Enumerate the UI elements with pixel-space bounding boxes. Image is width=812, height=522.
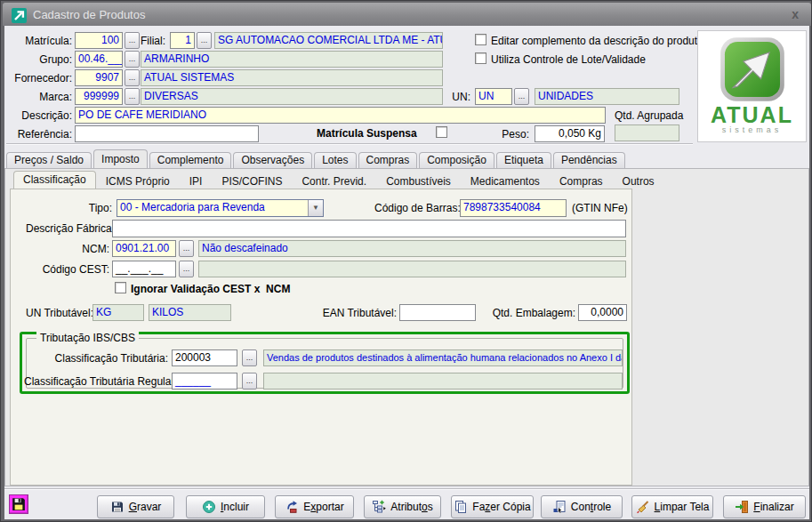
cest-desc-field [198, 261, 626, 277]
exit-icon [735, 500, 749, 514]
finalizar-button[interactable]: Finalizar [723, 495, 806, 518]
subtab-classificacao[interactable]: Classificação [13, 171, 96, 189]
editar-complemento-checkbox[interactable] [475, 34, 486, 45]
save-icon [110, 500, 125, 514]
close-button[interactable]: x [792, 7, 799, 21]
filial-input[interactable]: 1 [170, 32, 195, 49]
logo-panel: ATUAL sistemas [697, 30, 807, 142]
tipo-dropdown[interactable]: 00 - Mercadoria para Revenda ▼ [117, 199, 324, 217]
app-icon [12, 8, 27, 23]
controle-lote-checkbox[interactable] [475, 52, 486, 64]
ignorar-validacao-checkbox[interactable] [115, 282, 126, 293]
referencia-input[interactable] [75, 125, 259, 142]
atual-logo-icon [715, 36, 790, 102]
editar-complemento-label: Editar complemento da descrição do produ… [491, 35, 703, 47]
gravar-button[interactable]: Gravar [97, 495, 174, 518]
qtd-embalagem-input[interactable]: 0,0000 [578, 304, 627, 321]
clean-icon [636, 500, 650, 514]
add-icon [202, 500, 216, 514]
un-tributavel-label: UN Tributável: [26, 307, 91, 319]
cest-lookup-button[interactable]: ... [179, 261, 194, 277]
export-icon [285, 500, 299, 514]
un-tributavel-desc-field: KILOS [149, 304, 231, 321]
classificacao-tributaria-regular-desc-field [263, 373, 623, 389]
incluir-button[interactable]: Incluir [186, 495, 265, 518]
ncm-input[interactable]: 0901.21.00 [112, 240, 176, 257]
marca-lookup-button[interactable]: ... [125, 88, 140, 105]
window-title: Cadastro de Produtos [33, 8, 145, 21]
filial-lookup-button[interactable]: ... [197, 32, 212, 49]
un-input[interactable]: UN [475, 88, 512, 105]
subtab-ipi[interactable]: IPI [180, 173, 213, 189]
qtd-agrupada-field [615, 124, 679, 141]
fornecedor-input[interactable]: 9907 [75, 69, 123, 86]
qtd-embalagem-label: Qtd. Embalagem: [492, 307, 575, 319]
subtab-compras[interactable]: Compras [550, 173, 613, 189]
controle-button[interactable]: Controle [541, 495, 623, 518]
copy-icon [454, 500, 468, 514]
fornecedor-lookup-button[interactable]: ... [125, 69, 140, 86]
tipo-value: 00 - Mercadoria para Revenda [117, 200, 308, 216]
grupo-label: Grupo: [10, 53, 72, 66]
tab-etiqueta[interactable]: Etiqueta [496, 152, 551, 168]
dropdown-caret-icon[interactable]: ▼ [308, 200, 323, 216]
titlebar: Cadastro de Produtos x [3, 3, 811, 26]
tab-observacoes[interactable]: Observações [233, 152, 312, 168]
grupo-desc-field: ARMARINHO [141, 51, 443, 68]
subtab-outros[interactable]: Outros [613, 173, 664, 189]
controle-lote-label: Utiliza Controle de Lote/Validade [491, 53, 646, 66]
exportar-button[interactable]: Exportar [275, 495, 354, 518]
matricula-input[interactable]: 100 [75, 32, 123, 49]
cest-label: Código CEST: [35, 263, 109, 276]
tab-compras[interactable]: Compras [358, 152, 418, 168]
peso-input[interactable]: 0,050 Kg [535, 125, 605, 142]
matricula-label: Matrícula: [10, 35, 72, 47]
attributes-icon [372, 500, 386, 514]
grupo-input[interactable]: 00.46.___ [75, 51, 123, 68]
window: Cadastro de Produtos x Matrícula: 100 ..… [0, 0, 812, 522]
ean-tributavel-input[interactable] [399, 304, 476, 321]
ibs-cbs-group-title: Tributação IBS/CBS [36, 332, 139, 344]
classificacao-tributaria-desc-field: Vendas de produtos destinados à alimenta… [263, 349, 623, 366]
tab-complemento[interactable]: Complemento [149, 152, 232, 168]
subtab-pis-cofins[interactable]: PIS/COFINS [212, 173, 292, 189]
subtab-medicamentos[interactable]: Medicamentos [461, 173, 550, 189]
quick-save-icon[interactable] [9, 494, 28, 514]
fazer-copia-button[interactable]: Fazer Cópia [451, 495, 534, 518]
limpar-tela-button[interactable]: Limpar Tela [631, 495, 713, 518]
qtd-agrupada-label: Qtd. Agrupada [615, 109, 683, 122]
classificacao-tributaria-input[interactable]: 200003 [172, 349, 237, 366]
classificacao-tributaria-lookup-button[interactable]: ... [242, 349, 257, 366]
fornecedor-desc-field: ATUAL SISTEMAS [141, 69, 443, 86]
matricula-suspensa-checkbox[interactable] [436, 126, 447, 138]
filial-desc-field: SG AUTOMACAO COMERCIAL LTDA ME - ATUAL S [214, 32, 443, 49]
subtab-icms-proprio[interactable]: ICMS Próprio [96, 173, 180, 189]
marca-input[interactable]: 999999 [75, 88, 123, 105]
brand-name: ATUAL [698, 102, 806, 128]
subtab-combustiveis[interactable]: Combustíveis [376, 173, 461, 189]
gtin-suffix-label: (GTIN NFe) [572, 202, 628, 214]
referencia-label: Referência: [10, 128, 72, 141]
tab-precos-saldo[interactable]: Preços / Saldo [6, 152, 92, 168]
classificacao-tributaria-regular-lookup-button[interactable]: ... [242, 373, 257, 389]
tab-imposto[interactable]: Imposto [93, 149, 148, 168]
un-desc-field: UNIDADES [535, 88, 679, 105]
tab-composicao[interactable]: Composição [419, 152, 494, 168]
ncm-lookup-button[interactable]: ... [179, 240, 194, 257]
filial-label: Filial: [136, 35, 165, 47]
atributos-button[interactable]: Atributos [364, 495, 441, 518]
cest-input[interactable]: __.___.__ [112, 261, 176, 277]
classificacao-tributaria-regular-input[interactable]: ______ [172, 373, 237, 389]
codigo-barras-input[interactable]: 7898733540084 [460, 199, 567, 217]
descricao-fabrica-input[interactable] [112, 220, 626, 237]
imposto-subtabstrip: Classificação ICMS Próprio IPI PIS/COFIN… [13, 171, 664, 189]
subtab-contr-previd[interactable]: Contr. Previd. [292, 173, 376, 189]
descricao-fabrica-label: Descrição Fábrica: [26, 222, 109, 235]
tab-pendencias[interactable]: Pendências [553, 152, 625, 168]
classificacao-tributaria-label: Classificação Tributária: [54, 352, 168, 365]
tab-lotes[interactable]: Lotes [314, 152, 356, 168]
un-lookup-button[interactable]: ... [514, 88, 529, 105]
descricao-input[interactable]: PO DE CAFE MERIDIANO [75, 107, 606, 124]
grupo-lookup-button[interactable]: ... [125, 51, 140, 68]
ean-tributavel-label: EAN Tributável: [314, 307, 397, 319]
